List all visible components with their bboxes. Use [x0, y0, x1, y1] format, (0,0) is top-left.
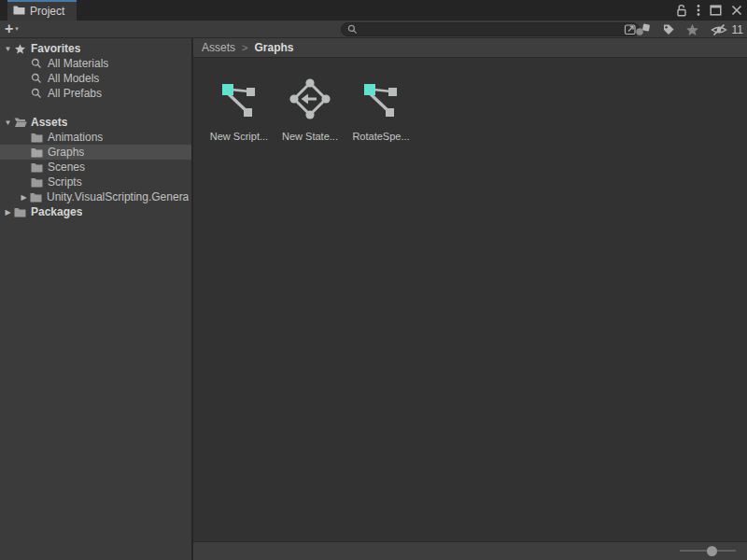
tab-label: Project — [30, 5, 64, 18]
breadcrumb-separator-icon: > — [242, 42, 247, 53]
tab-project[interactable]: Project — [7, 0, 77, 21]
sidebar-item-assets[interactable]: ▼ Assets — [0, 115, 191, 130]
kebab-menu-icon[interactable] — [697, 4, 700, 17]
tab-strip: Project — [0, 0, 747, 21]
breadcrumb-graphs[interactable]: Graphs — [254, 41, 293, 54]
folder-icon — [14, 207, 29, 217]
project-window: Project — [0, 0, 747, 560]
asset-label: New State... — [282, 131, 338, 142]
folder-icon — [30, 192, 45, 203]
plus-icon: + — [5, 22, 13, 35]
folder-icon — [31, 147, 46, 158]
asset-panel: Assets > Graphs New Script — [193, 38, 747, 560]
sidebar-label: Scenes — [46, 161, 85, 174]
sidebar-label: Packages — [29, 205, 82, 218]
filter-type-icon[interactable] — [635, 23, 652, 36]
asset-item-new-state[interactable]: New State... — [275, 78, 345, 142]
state-graph-icon — [289, 78, 331, 119]
sidebar-item-packages[interactable]: ▶ Packages — [0, 204, 191, 219]
sidebar-item-all-materials[interactable]: All Materials — [0, 56, 191, 71]
filter-label-icon[interactable] — [662, 23, 675, 36]
search-input[interactable] — [361, 23, 624, 35]
window-controls — [676, 0, 742, 21]
search-query-icon — [31, 58, 46, 69]
folder-icon — [31, 177, 46, 188]
sidebar-label: Graphs — [46, 146, 84, 159]
close-icon[interactable] — [731, 5, 742, 16]
breadcrumb: Assets > Graphs — [193, 38, 747, 58]
folder-icon — [31, 133, 46, 143]
sidebar-item-scripts[interactable]: Scripts — [0, 175, 191, 189]
hidden-packages-icon[interactable] — [710, 23, 728, 36]
foldout-closed-icon[interactable]: ▶ — [18, 193, 30, 202]
foldout-open-icon[interactable]: ▼ — [2, 45, 14, 53]
sidebar-label: Assets — [29, 116, 67, 129]
asset-item-new-script[interactable]: New Script... — [204, 78, 275, 142]
search-query-icon — [31, 88, 46, 99]
section-gap — [0, 101, 191, 115]
chevron-down-icon: ▾ — [15, 25, 19, 33]
status-bar — [193, 541, 747, 560]
sidebar-item-unity-visualscripting[interactable]: ▶ Unity.VisualScripting.Genera — [0, 189, 191, 204]
script-graph-icon — [360, 78, 402, 119]
sidebar-label: Unity.VisualScripting.Genera — [45, 190, 189, 203]
sidebar-item-favorites[interactable]: ▼ Favorites — [0, 41, 191, 56]
unlock-icon[interactable] — [676, 4, 687, 17]
body: ▼ Favorites All Materials All Models — [0, 38, 747, 560]
maximize-icon[interactable] — [710, 5, 722, 16]
sidebar-label: Scripts — [46, 175, 82, 189]
breadcrumb-assets[interactable]: Assets — [202, 41, 235, 54]
asset-item-rotatespeed[interactable]: RotateSpe... — [345, 78, 416, 142]
sidebar-item-graphs[interactable]: Graphs — [0, 145, 191, 160]
foldout-closed-icon[interactable]: ▶ — [2, 208, 14, 217]
star-icon — [14, 43, 29, 55]
sidebar-label: Animations — [46, 131, 103, 144]
sidebar-label: All Models — [46, 72, 99, 85]
sidebar-item-animations[interactable]: Animations — [0, 130, 191, 145]
sidebar-item-all-models[interactable]: All Models — [0, 71, 191, 86]
project-tree-sidebar: ▼ Favorites All Materials All Models — [0, 38, 193, 560]
folder-icon — [31, 162, 46, 173]
asset-label: RotateSpe... — [352, 131, 409, 142]
sidebar-label: All Materials — [46, 57, 108, 70]
foldout-open-icon[interactable]: ▼ — [2, 119, 14, 127]
sidebar-item-scenes[interactable]: Scenes — [0, 160, 191, 175]
asset-grid: New Script... New — [193, 58, 747, 541]
folder-icon — [13, 5, 25, 18]
sidebar-label: Favorites — [29, 42, 80, 55]
search-icon — [347, 24, 358, 35]
create-asset-button[interactable]: + ▾ — [5, 22, 19, 35]
sidebar-item-all-prefabs[interactable]: All Prefabs — [0, 86, 191, 101]
search-query-icon — [31, 73, 46, 84]
sidebar-label: All Prefabs — [46, 87, 102, 100]
toolbar-right-icons: 11 — [635, 21, 743, 38]
script-graph-icon — [218, 78, 260, 119]
asset-label: New Script... — [210, 131, 268, 142]
zoom-slider-thumb[interactable] — [707, 546, 717, 556]
favorite-star-icon[interactable] — [685, 23, 699, 36]
hidden-packages-count: 11 — [732, 23, 743, 36]
search-box — [341, 22, 640, 36]
open-folder-icon — [14, 117, 29, 128]
toolbar: + ▾ — [0, 21, 747, 38]
